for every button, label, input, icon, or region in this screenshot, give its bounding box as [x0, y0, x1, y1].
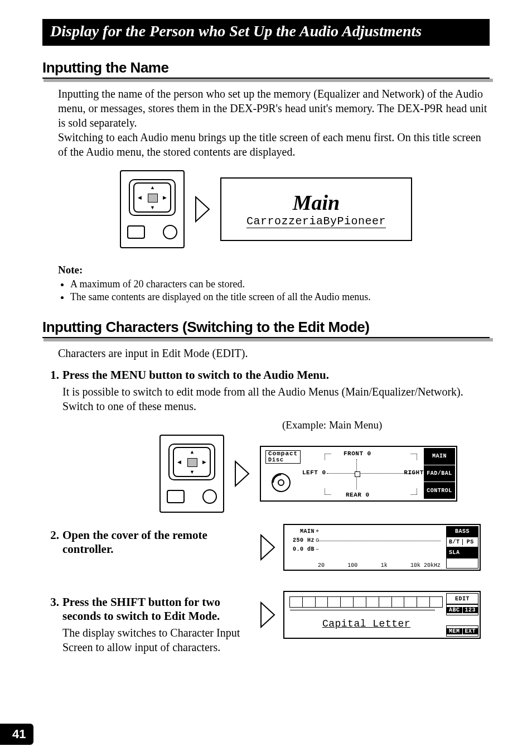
side-bass: BASS — [446, 526, 478, 537]
note-item: The same contents are displayed on the t… — [70, 291, 490, 303]
svg-point-3 — [278, 480, 284, 485]
lcd-edit-screen: Capital Letter EDIT ABC 123 MEM EXT — [283, 591, 481, 639]
section2-intro: Characters are input in Edit Mode (EDIT)… — [58, 346, 490, 360]
xaxis-tick: 100 — [347, 562, 357, 569]
step-number: 1. — [42, 368, 62, 413]
section-heading-inputting-characters: Inputting Characters (Switching to the E… — [42, 319, 490, 338]
arrow-icon — [260, 534, 275, 561]
side-fadbal: FAD/BAL — [424, 465, 455, 483]
step-text: It is possible to switch to edit mode fr… — [62, 384, 490, 413]
title-bar: Display for the Person who Set Up the Au… — [42, 19, 490, 46]
svg-marker-5 — [261, 603, 274, 627]
section-heading-text: Inputting the Name — [42, 59, 168, 76]
capital-letter-label: Capital Letter — [290, 618, 443, 629]
step-2: 2. Open the cover of the remote controll… — [42, 528, 243, 558]
svg-marker-1 — [235, 461, 249, 486]
example-label: (Example: Main Menu) — [282, 419, 490, 431]
side-123: 123 — [462, 607, 478, 613]
arrow-icon — [234, 460, 250, 487]
svg-marker-0 — [196, 197, 209, 221]
figure-row-1: ▲▼◀▶ Main CarrozzeriaByPioneer — [42, 170, 490, 248]
front-label: FRONT 0 — [344, 450, 371, 457]
left-label: LEFT 0 — [302, 469, 326, 476]
disc-icon — [271, 473, 291, 493]
side-abc: ABC — [447, 607, 462, 613]
step-title: Open the cover of the remote controller. — [62, 528, 243, 556]
remote-button-rect-icon — [127, 225, 145, 239]
arrow-icon — [195, 196, 210, 223]
svg-point-2 — [272, 474, 290, 492]
remote-button-rect-icon — [167, 490, 185, 503]
step-3: 3. Press the SHIFT button for two second… — [42, 595, 243, 654]
side-mem: MEM — [447, 628, 462, 634]
step-1: 1. Press the MENU button to switch to th… — [42, 368, 490, 413]
step-text: The display switches to Character Input … — [62, 625, 243, 654]
note-item: A maximum of 20 characters can be stored… — [70, 278, 490, 290]
lcd-eq-screen: MAIN 250 Hz 0.0 dB + o – 20 100 — [283, 524, 481, 571]
compact-disc-label: CompactDisc — [265, 450, 301, 464]
side-sla: SLA — [446, 547, 478, 558]
row-label: MAIN — [300, 528, 315, 535]
xaxis-tick: 1k — [381, 562, 388, 569]
side-empty — [446, 558, 478, 569]
section-heading-inputting-name: Inputting the Name — [42, 59, 490, 79]
remote-dpad-icon: ▲▼◀▶ — [129, 179, 176, 216]
side-empty — [446, 615, 478, 625]
side-bt: B/T — [447, 539, 463, 545]
remote-controller-illustration: ▲▼◀▶ — [120, 170, 185, 248]
remote-button-circle-icon — [163, 225, 177, 239]
step-title: Press the MENU button to switch to the A… — [62, 368, 490, 382]
side-main: MAIN — [424, 448, 455, 465]
step-number: 2. — [42, 528, 62, 558]
side-control: CONTROL — [424, 482, 455, 499]
lcd-brand: Main — [293, 190, 340, 215]
side-edit: EDIT — [446, 593, 478, 604]
remote-dpad-icon: ▲▼◀▶ — [168, 444, 215, 480]
step-number: 3. — [42, 595, 62, 654]
page-number: 41 — [0, 724, 33, 745]
svg-marker-4 — [261, 535, 274, 560]
arrow-icon — [260, 601, 275, 628]
lcd-main-screen: Main CarrozzeriaByPioneer — [220, 177, 412, 241]
xaxis-tick: 20 — [318, 562, 325, 569]
remote-button-circle-icon — [202, 489, 217, 504]
char-input-row — [290, 596, 443, 608]
rear-label: REAR 0 — [346, 492, 370, 498]
lcd-subtitle: CarrozzeriaByPioneer — [246, 215, 386, 228]
xaxis-tick: 10k 20kHz — [410, 562, 441, 569]
step-title: Press the SHIFT button for two seconds t… — [62, 595, 243, 623]
side-ext: EXT — [462, 628, 478, 634]
row-label: 0.0 dB — [293, 546, 315, 552]
note-block: Note: A maximum of 20 characters can be … — [58, 264, 490, 303]
section1-body: Inputting the name of the person who set… — [58, 86, 490, 159]
row-label: 250 Hz — [293, 537, 315, 543]
side-ps: PS — [463, 539, 478, 545]
note-title: Note: — [58, 264, 490, 276]
section-heading-text: Inputting Characters (Switching to the E… — [42, 319, 370, 335]
remote-controller-illustration: ▲▼◀▶ — [159, 435, 224, 513]
lcd-main-menu-screen: CompactDisc FRONT 0 REAR 0 LEFT 0 RIGHT … — [260, 446, 457, 502]
